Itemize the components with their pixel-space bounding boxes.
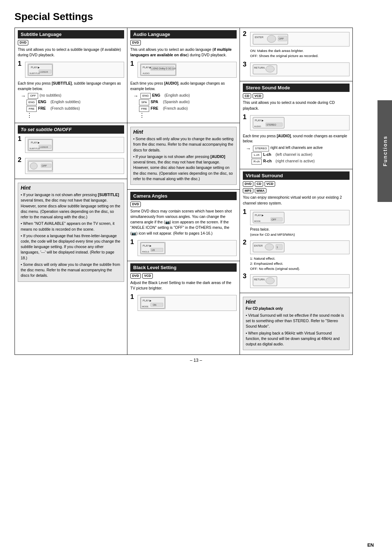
- functions-tab: Functions: [377, 100, 392, 202]
- hint-col2-section: Hint • Some discs will only allow you to…: [127, 123, 240, 190]
- page: Special Settings Subtitle Language DVD T…: [0, 0, 392, 555]
- to-set-header: To set subtitle ON/OFF: [18, 125, 124, 134]
- vs-step3-box: RETURN: [250, 274, 350, 288]
- hint-col3-section: Hint For CD playback only • Virtual Surr…: [240, 293, 352, 355]
- svg-text:1/8: 1/8: [151, 249, 155, 251]
- stereo-option-stereo: → STEREO right and left channels are act…: [246, 146, 350, 151]
- subtitle-step1-box: PLAY ▶ 1.ENG/6 SUBTITLE: [25, 62, 124, 78]
- camera-step1-box: PLAY ▶ 1/8 ANGLE: [138, 240, 237, 256]
- audio-step1-diagram: PLAY ▶ 1.ENG Dolby D 3/2.1ch 48k/3 AUDIO: [140, 64, 176, 76]
- black-vcd-logo: VCD: [142, 273, 153, 279]
- to-set-step1-diagram: PLAY ▶ 1.ENG/6 SUBTITLE: [28, 139, 53, 151]
- svg-point-36: [266, 66, 274, 72]
- stereo-step1-num: 1: [243, 113, 249, 121]
- black-level-header: Black Level Setting: [130, 263, 237, 272]
- svg-text:AUDIO: AUDIO: [143, 72, 150, 74]
- stereo-stereo-icon: STEREO: [253, 146, 269, 151]
- black-step2-section: 2 ENTER OFF ON:: [240, 28, 352, 81]
- virtual-text: You can enjoy stereophonic virtual world…: [243, 195, 350, 206]
- column-3: 2 ENTER OFF ON:: [240, 28, 352, 355]
- stereo-logos: CD VCD: [243, 93, 350, 99]
- black-dvd-logo: DVD: [130, 273, 141, 279]
- svg-text:STEREO: STEREO: [266, 123, 276, 126]
- svg-text:MODE: MODE: [142, 305, 148, 308]
- stereo-step1-diagram: PLAY ▶ STEREO AUDIO: [253, 117, 285, 129]
- vs-note3: OFF: No effects (original sound).: [250, 266, 350, 271]
- hint-col2-p1: • Some discs will only allow you to chan…: [133, 136, 234, 153]
- hint-col2-text: • Some discs will only allow you to chan…: [133, 136, 234, 182]
- vs-press-note: (once for CD and MP3/WMA): [250, 232, 350, 237]
- audio-spa-desc: (Spanish audio): [163, 100, 190, 104]
- vs-step3-num: 3: [243, 272, 249, 280]
- camera-dvd-logo: DVD: [130, 202, 141, 207]
- fre-icon: FRE: [26, 106, 37, 112]
- camera-step1-diagram: PLAY ▶ 1/8 ANGLE: [140, 242, 165, 254]
- stereo-intro: This unit allows you to select a sound m…: [243, 100, 350, 111]
- svg-text:1.ENG/6: 1.ENG/6: [40, 71, 48, 73]
- svg-text:SUBTITLE: SUBTITLE: [29, 72, 40, 74]
- hint-col3-box: Hint For CD playback only • Virtual Surr…: [243, 297, 350, 350]
- svg-text:MODE: MODE: [254, 220, 261, 222]
- stereo-rch-icon: R-ch: [252, 159, 262, 165]
- subtitle-options: → OFF (no subtitles) ENG ENG (English su…: [21, 93, 124, 118]
- stereo-rch-label: R-ch: [263, 159, 274, 163]
- svg-point-54: [266, 278, 274, 284]
- svg-text:OFF: OFF: [279, 37, 284, 40]
- stereo-lch-label: L-ch: [263, 152, 274, 157]
- black-step3-box: RETURN: [250, 62, 350, 76]
- audio-fre-label: FRE: [151, 106, 162, 110]
- black-step3-diagram: RETURN: [253, 64, 277, 74]
- svg-text:ANGLE: ANGLE: [142, 251, 149, 253]
- hint-col3-title: Hint: [246, 299, 347, 305]
- vs-step1-diagram: PLAY ▶ OFF MODE: [253, 212, 285, 223]
- audio-step1-box: PLAY ▶ 1.ENG Dolby D 3/2.1ch 48k/3 AUDIO: [138, 62, 237, 78]
- hint-col1-p4: • Some discs will only allow you to chan…: [21, 262, 121, 279]
- black-step2-diagram: ENTER OFF: [253, 34, 288, 45]
- black-level-logos: DVD VCD: [130, 273, 237, 279]
- to-set-step1-img: PLAY ▶ 1.ENG/6 SUBTITLE: [28, 139, 53, 151]
- stereo-arrow-icon: →: [246, 146, 251, 151]
- stereo-step1-box: PLAY ▶ STEREO AUDIO: [250, 115, 350, 130]
- hint-col2-p2: • If your language is not shown after pr…: [133, 154, 234, 182]
- subtitle-language-header: Subtitle Language: [18, 30, 124, 39]
- to-set-step1-box: PLAY ▶ 1.ENG/6 SUBTITLE: [25, 137, 124, 153]
- black-step1-num: 1: [130, 293, 136, 301]
- stereo-option-rch: R-ch R-ch (right channel is active): [252, 159, 350, 165]
- black-level-text: Adjust the Black Level Setting to make t…: [130, 280, 237, 291]
- svg-text:RETURN: RETURN: [254, 66, 265, 69]
- off-icon: OFF: [28, 93, 38, 99]
- audio-each-time: Each time you press [AUDIO], audio langu…: [130, 81, 237, 92]
- audio-option-eng: → ENG ENG (English audio): [133, 93, 237, 99]
- hint-col1-box: Hint • If your language is not shown aft…: [18, 183, 124, 281]
- hint-col3-cd-label: For CD playback only: [246, 306, 347, 312]
- to-set-step2-box: OFF: [25, 158, 124, 174]
- stereo-options: → STEREO right and left channels are act…: [246, 146, 350, 165]
- svg-text:1.ENG/6: 1.ENG/6: [40, 146, 48, 148]
- audio-eng-desc: (English audio): [164, 93, 190, 97]
- svg-text:SUBTITLE: SUBTITLE: [29, 147, 40, 150]
- audio-step1-num: 1: [130, 60, 136, 68]
- svg-text:PLAY ▶: PLAY ▶: [31, 66, 40, 69]
- stereo-rch-desc: (right channel is active): [275, 159, 315, 163]
- hint-col3-p1: • Virtual Surround will not be effective…: [246, 313, 347, 329]
- audio-options: → ENG ENG (English audio) SPA SPA (Spani…: [133, 93, 237, 118]
- svg-text:1: 1: [277, 246, 278, 248]
- subtitle-step1-img: PLAY ▶ 1.ENG/6 SUBTITLE: [28, 64, 53, 76]
- en-label: EN: [367, 542, 374, 548]
- vs-step2-box: ENTER 1: [250, 240, 350, 254]
- audio-step1-img: PLAY ▶ 1.ENG Dolby D 3/2.1ch 48k/3 AUDIO: [140, 64, 176, 76]
- dvd-logo: DVD: [18, 40, 28, 45]
- black-step1-box: PLAY ▶ ON MODE: [138, 295, 237, 311]
- to-set-step2-diagram: OFF: [28, 161, 53, 171]
- option-off: → OFF (no subtitles): [21, 93, 124, 99]
- hint-col1-section: Hint • If your language is not shown aft…: [15, 179, 127, 355]
- subtitle-intro: This unit allows you to select a subtitl…: [18, 47, 124, 58]
- vs-cd-logo: CD: [255, 181, 263, 187]
- virtual-logos: DVD CD VCD: [243, 181, 350, 187]
- audio-logos: DVD: [130, 40, 237, 45]
- stereo-sound-header: Stereo Sound Mode: [243, 84, 350, 92]
- audio-language-section: Audio Language DVD This unit allows you …: [127, 28, 240, 123]
- audio-fre-icon: FRE: [139, 106, 149, 112]
- virtual-surround-header: Virtual Surround: [243, 171, 350, 180]
- eng-icon: ENG: [26, 100, 37, 105]
